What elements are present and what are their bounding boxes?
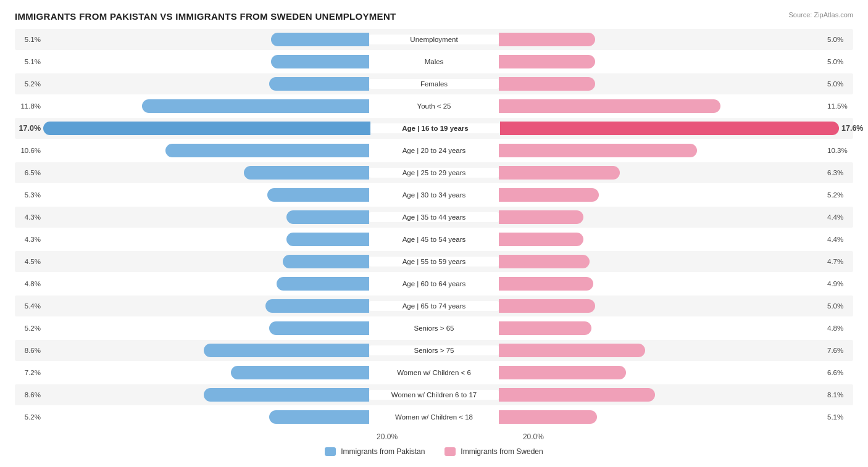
left-bar-wrap bbox=[43, 344, 369, 357]
legend-item-right: Immigrants from Sweden bbox=[444, 447, 543, 456]
chart-row: 4.8% Age | 60 to 64 years 4.9% bbox=[15, 273, 853, 294]
row-label: Age | 25 to 29 years bbox=[369, 168, 499, 178]
legend-box-pink bbox=[444, 447, 456, 456]
row-right-side: 10.3% bbox=[499, 140, 853, 161]
left-bar-wrap bbox=[43, 55, 369, 68]
left-bar-wrap bbox=[43, 388, 369, 402]
legend-box-blue bbox=[325, 447, 336, 456]
left-value: 4.3% bbox=[15, 213, 41, 221]
left-bar bbox=[269, 77, 369, 91]
left-bar bbox=[231, 366, 369, 379]
chart-row: 17.0% Age | 16 to 19 years 17.6% bbox=[15, 118, 853, 139]
right-value: 4.9% bbox=[827, 280, 853, 287]
chart-row: 7.2% Women w/ Children < 6 6.6% bbox=[15, 362, 853, 383]
right-bar-wrap bbox=[499, 188, 825, 202]
right-value: 5.0% bbox=[827, 58, 853, 65]
row-right-side: 17.6% bbox=[500, 118, 867, 139]
row-label: Age | 55 to 59 years bbox=[369, 257, 499, 267]
row-right-side: 6.6% bbox=[499, 362, 853, 383]
left-value: 4.8% bbox=[15, 280, 41, 287]
chart-row: 4.3% Age | 35 to 44 years 4.4% bbox=[15, 207, 853, 228]
right-bar-wrap bbox=[499, 144, 825, 157]
left-bar bbox=[267, 188, 369, 202]
right-bar-wrap bbox=[499, 210, 825, 224]
right-value: 11.5% bbox=[827, 102, 853, 110]
left-bar bbox=[204, 388, 369, 402]
row-label: Age | 20 to 24 years bbox=[369, 146, 499, 155]
right-bar-wrap bbox=[499, 233, 825, 246]
right-bar-wrap bbox=[499, 255, 825, 268]
left-bar-wrap bbox=[43, 166, 369, 180]
source-label: Source: ZipAtlas.com bbox=[788, 11, 853, 19]
row-right-side: 11.5% bbox=[499, 96, 853, 117]
right-bar bbox=[499, 299, 595, 313]
left-value: 6.5% bbox=[15, 169, 41, 176]
axis-left: 20.0% bbox=[15, 432, 398, 441]
row-label: Age | 16 to 19 years bbox=[370, 123, 500, 133]
row-left-side: 7.2% bbox=[15, 362, 369, 383]
legend-label-left: Immigrants from Pakistan bbox=[341, 447, 425, 456]
chart-row: 5.4% Age | 65 to 74 years 5.0% bbox=[15, 295, 853, 316]
right-bar-wrap bbox=[499, 410, 825, 424]
row-label: Females bbox=[369, 79, 499, 89]
left-value: 17.0% bbox=[15, 124, 41, 133]
left-bar-wrap bbox=[43, 210, 369, 224]
chart-row: 5.2% Females 5.0% bbox=[15, 73, 853, 94]
row-left-side: 5.4% bbox=[15, 295, 369, 316]
row-right-side: 4.4% bbox=[499, 229, 853, 250]
left-value: 5.4% bbox=[15, 302, 41, 310]
chart-area: 5.1% Unemployment 5.0% 5.1% Males bbox=[15, 29, 853, 428]
row-label: Seniors > 75 bbox=[369, 345, 499, 355]
row-right-side: 7.6% bbox=[499, 340, 853, 361]
row-right-side: 5.0% bbox=[499, 73, 853, 94]
right-value: 4.8% bbox=[827, 324, 853, 332]
row-right-side: 5.0% bbox=[499, 29, 853, 50]
right-bar bbox=[499, 33, 595, 46]
right-value: 5.0% bbox=[827, 36, 853, 43]
row-right-side: 6.3% bbox=[499, 162, 853, 183]
right-bar-wrap bbox=[499, 166, 825, 180]
chart-container: IMMIGRANTS FROM PAKISTAN VS IMMIGRANTS F… bbox=[0, 0, 868, 467]
left-bar-wrap bbox=[43, 33, 369, 46]
left-bar bbox=[286, 210, 369, 224]
right-value: 5.1% bbox=[827, 413, 853, 421]
chart-row: 4.3% Age | 45 to 54 years 4.4% bbox=[15, 229, 853, 250]
row-label: Women w/ Children < 6 bbox=[369, 368, 499, 378]
right-bar bbox=[499, 210, 583, 224]
left-value: 5.2% bbox=[15, 80, 41, 88]
right-bar bbox=[499, 344, 645, 357]
right-bar-wrap bbox=[499, 366, 825, 379]
left-bar bbox=[283, 255, 369, 268]
left-bar-wrap bbox=[43, 255, 369, 268]
chart-row: 5.3% Age | 30 to 34 years 5.2% bbox=[15, 184, 853, 205]
row-left-side: 6.5% bbox=[15, 162, 369, 183]
left-value: 8.6% bbox=[15, 391, 41, 399]
right-bar-wrap bbox=[499, 55, 825, 68]
right-value: 10.3% bbox=[827, 147, 853, 154]
row-label: Age | 60 to 64 years bbox=[369, 279, 499, 289]
chart-title: IMMIGRANTS FROM PAKISTAN VS IMMIGRANTS F… bbox=[15, 11, 853, 22]
chart-row: 8.6% Seniors > 75 7.6% bbox=[15, 340, 853, 361]
row-left-side: 5.2% bbox=[15, 318, 369, 339]
row-label: Unemployment bbox=[369, 35, 499, 44]
right-bar-wrap bbox=[500, 122, 839, 135]
right-bar bbox=[499, 366, 626, 379]
chart-row: 4.5% Age | 55 to 59 years 4.7% bbox=[15, 251, 853, 272]
left-bar bbox=[204, 344, 369, 357]
left-bar bbox=[43, 122, 370, 135]
right-bar-wrap bbox=[499, 99, 825, 113]
row-left-side: 4.3% bbox=[15, 229, 369, 250]
chart-row: 8.6% Women w/ Children 6 to 17 8.1% bbox=[15, 384, 853, 405]
row-left-side: 5.1% bbox=[15, 29, 369, 50]
left-value: 4.3% bbox=[15, 236, 41, 243]
left-bar-wrap bbox=[43, 321, 369, 335]
right-value: 5.0% bbox=[827, 80, 853, 88]
left-bar-wrap bbox=[43, 277, 369, 291]
row-label: Age | 65 to 74 years bbox=[369, 301, 499, 311]
row-right-side: 5.1% bbox=[499, 407, 853, 428]
right-bar bbox=[499, 188, 599, 202]
row-right-side: 5.0% bbox=[499, 295, 853, 316]
row-left-side: 5.3% bbox=[15, 184, 369, 205]
left-bar-wrap bbox=[43, 99, 369, 113]
right-bar-wrap bbox=[499, 277, 825, 291]
